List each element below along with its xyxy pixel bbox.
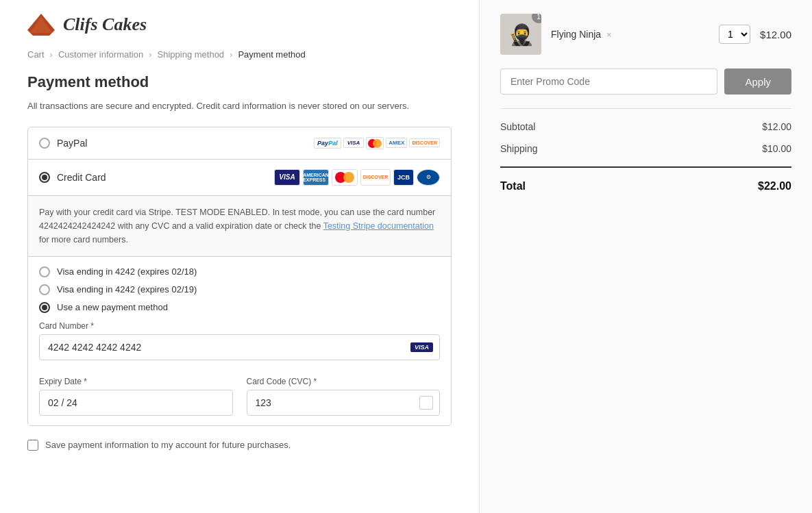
- expiry-cvc-row: Expiry Date * Card Code (CVC) *: [39, 368, 440, 416]
- save-payment-row: Save payment information to my account f…: [27, 440, 452, 451]
- payment-options-box: PayPal PayPal VISA AMEX DISCOVER: [27, 127, 452, 426]
- shipping-label: Shipping: [500, 143, 538, 154]
- saved-card-1-label: Visa ending in 4242 (expires 02/18): [57, 266, 197, 277]
- product-thumbnail: 🥷 1: [500, 14, 541, 55]
- cvc-group: Card Code (CVC) *: [247, 368, 441, 416]
- summary-divider-2: [500, 166, 791, 168]
- saved-card-2-label: Visa ending in 4242 (expires 02/19): [57, 284, 197, 295]
- cvc-icon: [419, 396, 433, 410]
- paypal-radio[interactable]: [39, 138, 50, 149]
- cvc-input[interactable]: [247, 390, 441, 416]
- product-qty-selector[interactable]: 1 2 3: [719, 25, 750, 44]
- qty-select[interactable]: 1 2 3: [719, 25, 750, 44]
- save-payment-label: Save payment information to my account f…: [45, 440, 291, 450]
- new-payment-label: Use a new payment method: [57, 302, 168, 312]
- test-mode-info: Pay with your credit card via Stripe. TE…: [28, 196, 451, 257]
- credit-card-label: Credit Card: [57, 172, 106, 183]
- promo-row: Apply: [500, 68, 791, 95]
- security-text: All transactions are secure and encrypte…: [27, 99, 452, 113]
- card-form: Card Number * VISA Expiry Date * Card Co…: [39, 321, 440, 416]
- diners-badge: ⊙: [417, 169, 440, 186]
- card-number-wrapper: VISA: [39, 334, 440, 360]
- amex-small-badge: AMEX: [386, 138, 407, 148]
- payment-inner: Visa ending in 4242 (expires 02/18) Visa…: [28, 257, 451, 425]
- card-number-input[interactable]: [39, 334, 440, 360]
- breadcrumb: Cart › Customer information › Shipping m…: [27, 49, 452, 60]
- breadcrumb-cart[interactable]: Cart: [27, 49, 45, 60]
- product-remove-btn[interactable]: ×: [606, 29, 612, 40]
- amex-badge: AMERICANEXPRESS: [303, 169, 329, 186]
- visa-badge: VISA: [274, 169, 300, 186]
- card-number-label: Card Number *: [39, 321, 440, 331]
- expiry-label: Expiry Date *: [39, 377, 233, 386]
- new-payment-option[interactable]: Use a new payment method: [39, 302, 440, 313]
- paypal-icons: PayPal VISA AMEX DISCOVER: [314, 137, 440, 149]
- page-title: Payment method: [27, 73, 452, 91]
- summary-divider-1: [500, 108, 791, 109]
- saved-card-1-radio[interactable]: [39, 266, 50, 277]
- product-info: Flying Ninja ×: [551, 29, 709, 40]
- breadcrumb-shipping[interactable]: Shipping method: [158, 49, 225, 60]
- breadcrumb-sep-2: ›: [149, 49, 151, 60]
- order-summary: 🥷 1 Flying Ninja × 1 2 3 $12.00 Apply: [480, 0, 812, 513]
- breadcrumb-customer[interactable]: Customer information: [58, 49, 143, 60]
- cvc-label: Card Code (CVC) *: [247, 377, 441, 386]
- saved-card-2-option[interactable]: Visa ending in 4242 (expires 02/19): [39, 284, 440, 295]
- save-payment-checkbox[interactable]: [27, 440, 38, 451]
- promo-input[interactable]: [500, 68, 717, 95]
- discover-badge: DISCOVER: [360, 169, 391, 186]
- discover-small-badge: DISCOVER: [409, 138, 440, 147]
- paypal-label: PayPal: [57, 138, 87, 149]
- visa-small-badge: VISA: [343, 138, 365, 148]
- subtotal-row: Subtotal $12.00: [500, 116, 791, 138]
- card-visa-badge: VISA: [410, 342, 433, 352]
- credit-card-row[interactable]: Credit Card VISA AMERICANEXPRESS DISCOVE…: [28, 160, 451, 196]
- shipping-value: $10.00: [762, 143, 791, 154]
- subtotal-value: $12.00: [762, 121, 791, 132]
- paypal-logo-badge: PayPal: [314, 138, 341, 149]
- total-row: Total $22.00: [500, 175, 791, 198]
- logo-text: Clifs Cakes: [63, 14, 147, 35]
- paypal-row[interactable]: PayPal PayPal VISA AMEX DISCOVER: [28, 127, 451, 160]
- product-name: Flying Ninja: [551, 29, 601, 40]
- logo-icon: [27, 14, 55, 36]
- order-item: 🥷 1 Flying Ninja × 1 2 3 $12.00: [500, 14, 791, 55]
- apply-button[interactable]: Apply: [724, 68, 791, 95]
- credit-card-icons: VISA AMERICANEXPRESS DISCOVER JCB ⊙: [274, 169, 440, 186]
- breadcrumb-payment: Payment method: [238, 49, 305, 60]
- shipping-row: Shipping $10.00: [500, 138, 791, 160]
- mastercard-badge: [332, 169, 358, 186]
- total-value: $22.00: [758, 180, 791, 192]
- jcb-badge: JCB: [393, 169, 414, 186]
- new-payment-radio[interactable]: [39, 302, 50, 313]
- saved-card-1-option[interactable]: Visa ending in 4242 (expires 02/18): [39, 266, 440, 277]
- mastercard-small-badge: [366, 137, 384, 149]
- breadcrumb-sep-1: ›: [50, 49, 53, 60]
- stripe-docs-link[interactable]: Testing Stripe documentation: [323, 221, 434, 231]
- breadcrumb-sep-3: ›: [230, 49, 232, 60]
- credit-card-radio[interactable]: [39, 172, 50, 183]
- product-price: $12.00: [760, 29, 791, 40]
- expiry-group: Expiry Date *: [39, 368, 233, 416]
- saved-card-2-radio[interactable]: [39, 284, 50, 295]
- expiry-input[interactable]: [39, 390, 233, 416]
- total-label: Total: [500, 180, 526, 192]
- subtotal-label: Subtotal: [500, 121, 535, 132]
